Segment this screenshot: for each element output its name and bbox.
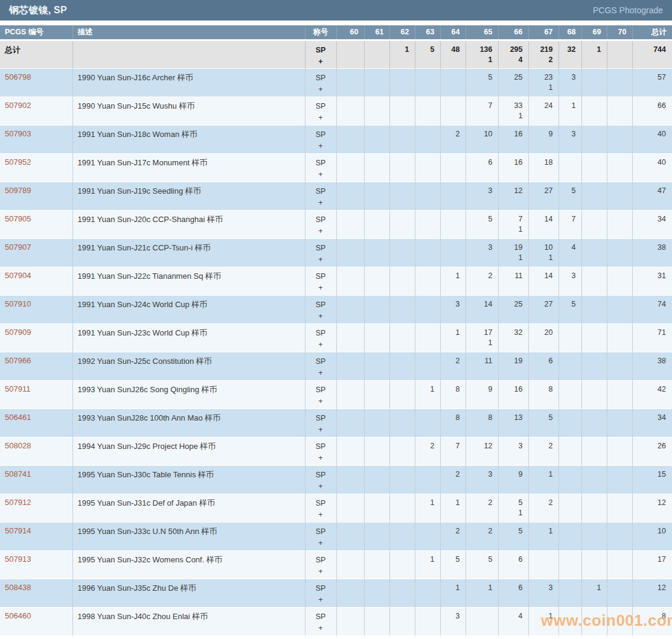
designation-cell: SP+ [305,182,336,210]
grade-68-cell: 3 [558,125,581,153]
designation-cell: SP+ [305,465,336,494]
grade-61-count [370,356,384,366]
pcgs-number-cell: 507907 [0,238,72,267]
pcgs-number-link[interactable]: 507911 [5,384,30,393]
table-row: 5079661992 Yuan Sun-J25c Constitution 样币… [0,352,672,380]
grade-62-cell [389,380,415,409]
grade-68-count [564,441,576,451]
grade-66-count: 25 [504,299,523,310]
pcgs-number-link[interactable]: 507902 [5,101,31,110]
grade-60-plus-count [342,310,359,320]
row-total-cell: 10 [632,522,672,550]
grade-60-cell [336,125,364,153]
description-cell: 1995 Yuan Sun-J30c Table Tennis 样币 [72,465,305,494]
grade-64-count: 2 [446,469,460,480]
grade-69-count [587,469,601,480]
grade-68-cell [558,465,581,494]
grade-61-cell [364,522,389,550]
pcgs-number-link[interactable]: 507904 [5,271,31,280]
grade-62-cell [389,607,415,635]
row-total-cell: 744 [632,40,672,68]
grade-66-plus-count [504,338,523,348]
grade-63-plus-count [420,253,435,263]
designation-sp: SP [307,129,335,141]
designation-cell: SP+ [305,295,336,323]
grade-62-count [395,299,409,310]
grade-66-plus-count: 1 [504,111,523,121]
col-header-grade-66: 66 [498,25,528,40]
pcgs-number-link[interactable]: 507903 [5,129,31,138]
grade-63-plus-count [420,593,435,603]
grade-66-plus-count: 4 [504,55,523,65]
table-row: 5079121995 Yuan Sun-J31c Def of Japan 样币… [0,494,672,522]
grade-68-plus-count [564,338,576,348]
grade-70-count [612,45,627,55]
grade-65-plus-count [471,310,493,320]
grade-67-cell: 1 [528,465,558,494]
grade-66-plus-count [504,451,523,462]
grade-66-cell: 11 [498,267,528,295]
pcgs-number-link[interactable]: 507914 [5,526,31,535]
grade-64-count [446,243,460,253]
grade-62-plus-count [395,593,409,603]
grade-67-cell: 27 [528,295,558,323]
pcgs-number-link[interactable]: 508741 [5,469,31,478]
grade-67-cell: 20 [528,323,558,352]
pcgs-number-link[interactable]: 507913 [5,555,31,564]
pcgs-number-link[interactable]: 507910 [5,299,31,308]
row-total-value: 8 [638,611,667,622]
pcgs-number-link[interactable]: 507905 [5,214,31,223]
grade-60-count [342,214,359,224]
grade-68-cell [558,409,581,437]
pcgs-photograde-link[interactable]: PCGS Photograde [593,5,663,15]
grade-65-plus-count [471,139,493,150]
pcgs-number-link[interactable]: 507907 [5,243,31,252]
grade-68-cell: 32 [558,40,581,68]
pcgs-number-link[interactable]: 508438 [5,583,31,592]
grade-65-plus-count [471,196,493,206]
grade-62-count [395,413,409,423]
grade-60-cell [336,465,364,494]
designation-plus: + [307,424,335,436]
pcgs-number-link[interactable]: 506798 [5,72,31,81]
grade-64-count: 2 [446,129,460,139]
grade-61-plus-count [370,111,384,121]
row-total-cell: 38 [632,238,672,267]
designation-plus: + [307,169,335,180]
pcgs-number-link[interactable]: 509789 [5,186,31,195]
grade-67-plus-count [534,395,553,405]
grade-63-cell [415,295,440,323]
pcgs-number-link[interactable]: 508028 [5,441,31,450]
grade-70-cell [607,182,632,210]
pcgs-number-link[interactable]: 507909 [5,328,31,337]
grade-70-count [612,157,627,168]
grade-68-plus-count [564,565,576,575]
grade-70-count [612,384,627,395]
grade-68-cell: 7 [558,210,581,238]
designation-plus: + [307,481,335,492]
grade-60-cell [336,494,364,522]
pcgs-number-link[interactable]: 506461 [5,413,31,422]
grade-62-cell [389,68,415,97]
grade-66-cell: 9 [498,465,528,494]
grade-67-cell: 1 [528,522,558,550]
pcgs-number-cell: 508741 [0,465,72,494]
grade-65-count: 5 [471,214,493,224]
grade-60-count [342,413,359,423]
grade-66-count: 16 [504,157,523,168]
grade-66-cell: 32 [498,323,528,352]
grade-69-plus-count [587,139,601,150]
pcgs-number-link[interactable]: 506460 [5,611,31,620]
designation-sp: SP [307,72,335,84]
grade-67-plus-count [534,480,553,490]
grade-66-count: 7 [504,214,523,224]
pcgs-number-link[interactable]: 507952 [5,157,31,167]
pcgs-number-link[interactable]: 507912 [5,498,31,507]
grade-65-plus-count [471,622,493,632]
grade-62-plus-count [395,168,409,178]
grade-70-plus-count [612,423,627,433]
grade-66-plus-count [504,395,523,405]
pcgs-number-link[interactable]: 507966 [5,356,31,365]
grade-65-count: 2 [471,271,493,281]
designation-plus: + [307,566,335,577]
